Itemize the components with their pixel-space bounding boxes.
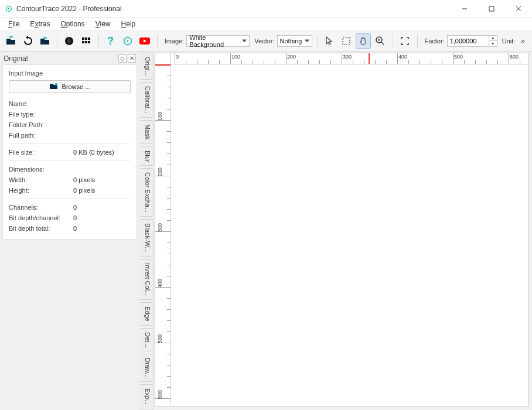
svg-rect-3 — [489, 6, 494, 11]
vertical-tab-2[interactable]: Mask — [139, 120, 154, 144]
hand-tool[interactable] — [356, 33, 370, 49]
ruler-v-label: 400 — [157, 279, 163, 288]
vertical-tab-4[interactable]: Color Excha... — [139, 168, 154, 217]
vertical-tab-7[interactable]: Edge — [139, 302, 154, 326]
row-height: Height:0 pixels — [9, 186, 131, 195]
ruler-h-label: 400 — [398, 54, 407, 60]
browse-label: Browse ... — [62, 83, 91, 90]
svg-point-22 — [54, 83, 57, 86]
panel-title: Original — [4, 54, 117, 63]
spin-up-button[interactable]: ▲ — [489, 36, 497, 42]
chevron-down-icon — [305, 39, 309, 42]
ruler-h-label: 300 — [343, 54, 352, 60]
chevron-down-icon — [242, 39, 247, 42]
svg-rect-9 — [88, 37, 90, 40]
menu-bar: File Extras Options View Help — [0, 18, 532, 30]
row-bit-depth-total: Bit depth total:0 — [9, 224, 131, 233]
ruler-v-marker[interactable] — [155, 64, 170, 66]
vector-select-value: Nothing — [280, 37, 302, 45]
svg-rect-17 — [343, 37, 350, 45]
canvas-area: 0100200300400500600 100200300400500600 — [155, 53, 528, 406]
image-select-value: White Background — [189, 34, 238, 48]
ruler-v-label: 100 — [157, 112, 163, 121]
svg-rect-12 — [88, 41, 90, 43]
pointer-tool[interactable] — [322, 33, 336, 49]
folder-icon — [49, 82, 59, 91]
svg-line-19 — [381, 42, 384, 45]
ruler-h-label: 100 — [231, 54, 240, 60]
toolbar: ? Image: White Background Vector: Nothin… — [0, 30, 532, 52]
zoom-tool[interactable] — [373, 33, 388, 49]
marquee-tool[interactable] — [339, 33, 353, 49]
ruler-v-label: 600 — [157, 390, 163, 399]
vertical-tab-strip: Origi...Calibrat...MaskBlurColor Excha..… — [139, 52, 154, 410]
ruler-h-label: 500 — [454, 54, 463, 60]
aperture-button[interactable] — [62, 33, 77, 49]
image-label: Image: — [165, 37, 185, 45]
close-button[interactable] — [505, 0, 532, 18]
youtube-button[interactable] — [138, 33, 152, 49]
target-button[interactable] — [121, 33, 135, 49]
spin-down-button[interactable]: ▼ — [489, 41, 497, 46]
vertical-tab-0[interactable]: Origi... — [139, 53, 154, 80]
svg-rect-8 — [85, 37, 87, 40]
ruler-v-label: 500 — [157, 334, 163, 343]
svg-rect-10 — [82, 41, 84, 43]
window-title: ContourTrace 2022 - Professional — [16, 5, 451, 13]
menu-extras[interactable]: Extras — [25, 19, 54, 29]
vector-select[interactable]: Nothing — [277, 35, 312, 47]
toolbar-overflow[interactable]: » — [517, 37, 528, 45]
factor-spinner[interactable]: ▲ ▼ — [447, 35, 497, 47]
ruler-v-label: 300 — [157, 223, 163, 232]
row-file-type: File type: — [9, 110, 131, 119]
fit-screen-button[interactable] — [398, 33, 412, 49]
row-folder-path: Folder Path: — [9, 120, 131, 129]
save-folder-button[interactable] — [37, 33, 52, 49]
unit-label: Unit: — [502, 37, 516, 45]
row-bit-depth-channel: Bit depth/channel:0 — [9, 213, 131, 223]
vertical-tab-1[interactable]: Calibrat... — [139, 82, 154, 118]
panel-close-button[interactable]: ✕ — [128, 54, 136, 63]
side-panel: Original ◇ ✕ Input Image Browse ... Name… — [0, 52, 139, 410]
ruler-h-label: 0 — [176, 54, 179, 60]
ruler-horizontal[interactable]: 0100200300400500600 — [171, 53, 528, 64]
menu-view[interactable]: View — [91, 19, 115, 29]
svg-rect-11 — [85, 41, 87, 43]
menu-help[interactable]: Help — [117, 19, 141, 29]
vertical-tab-6[interactable]: Invert Col... — [139, 259, 154, 300]
menu-file[interactable]: File — [4, 19, 24, 29]
panel-title-bar: Original ◇ ✕ — [2, 53, 137, 64]
browse-button[interactable]: Browse ... — [9, 80, 131, 93]
row-full-path: Full path: — [9, 131, 131, 140]
panel-detach-button[interactable]: ◇ — [118, 54, 127, 63]
help-button[interactable]: ? — [104, 33, 118, 49]
vertical-tab-10[interactable]: Exp... — [139, 384, 154, 409]
row-dimensions: Dimensions: — [9, 165, 131, 174]
vertical-tab-9[interactable]: Draw... — [139, 354, 154, 382]
open-folder-button[interactable] — [4, 33, 18, 49]
svg-point-1 — [8, 8, 10, 9]
menu-options[interactable]: Options — [56, 19, 89, 29]
ruler-corner — [155, 53, 171, 64]
svg-point-15 — [127, 40, 129, 42]
row-file-size: File size:0 KB (0 bytes) — [9, 148, 131, 157]
canvas[interactable] — [171, 64, 528, 406]
workspace: Original ◇ ✕ Input Image Browse ... Name… — [0, 52, 532, 410]
vertical-tab-3[interactable]: Blur — [139, 146, 154, 166]
row-channels: Channels:0 — [9, 203, 131, 212]
minimize-button[interactable] — [451, 0, 478, 18]
group-title: Input Image — [9, 70, 131, 77]
image-select[interactable]: White Background — [186, 35, 250, 47]
grid-view-button[interactable] — [79, 33, 94, 49]
refresh-button[interactable] — [21, 33, 35, 49]
svg-rect-7 — [82, 37, 84, 40]
vertical-tab-8[interactable]: Det... — [139, 328, 154, 351]
maximize-button[interactable] — [478, 0, 505, 18]
ruler-vertical[interactable]: 100200300400500600 — [155, 64, 171, 406]
vertical-tab-5[interactable]: Black-W... — [139, 219, 154, 257]
factor-input[interactable] — [448, 36, 489, 46]
ruler-h-marker[interactable] — [369, 53, 370, 64]
row-width: Width:0 pixels — [9, 175, 131, 184]
ruler-v-label: 200 — [157, 168, 163, 176]
factor-label: Factor: — [424, 37, 444, 45]
